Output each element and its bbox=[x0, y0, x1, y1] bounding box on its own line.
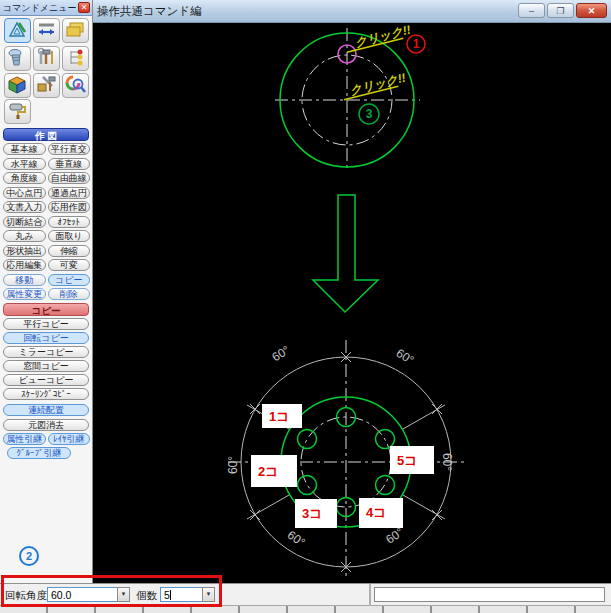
source-figure: クリック!! クリック!! 1 3 bbox=[275, 23, 425, 172]
chart-magnifier-icon[interactable] bbox=[62, 73, 89, 98]
palette-row: 角度線 自由曲線 bbox=[3, 172, 90, 184]
rotation-angle-input[interactable]: 60.0 bbox=[47, 587, 118, 602]
btn-offset[interactable]: ｵﾌｾｯﾄ bbox=[48, 216, 91, 228]
btn-group-inherit[interactable]: ｸﾞﾙｰﾌﾟ引継 bbox=[7, 447, 71, 459]
btn-parallel-copy[interactable]: 平行コピー bbox=[3, 318, 89, 330]
btn-delete[interactable]: 削除 bbox=[48, 288, 91, 300]
svg-text:1コ: 1コ bbox=[269, 409, 290, 424]
palette-titlebar[interactable]: コマンドメニュー ✕ bbox=[0, 0, 92, 16]
btn-layer-inherit[interactable]: ﾚｲﾔ引継 bbox=[48, 433, 91, 445]
btn-variable[interactable]: 可変 bbox=[48, 259, 91, 271]
btn-shape-extract[interactable]: 形状抽出 bbox=[3, 245, 46, 257]
palette-row: 水平線 垂直線 bbox=[3, 158, 90, 170]
status-input[interactable] bbox=[374, 587, 605, 602]
btn-vertical-line[interactable]: 垂直線 bbox=[48, 158, 91, 170]
palette-row: 属性変更 削除 bbox=[3, 288, 90, 300]
bolt-icon[interactable] bbox=[4, 46, 31, 71]
btn-horizontal-line[interactable]: 水平線 bbox=[3, 158, 46, 170]
palette-row: 丸み 面取り bbox=[3, 230, 90, 242]
svg-text:クリック!!: クリック!! bbox=[348, 71, 407, 98]
btn-copy[interactable]: コピー bbox=[48, 274, 91, 286]
palette-row: 形状抽出 伸縮 bbox=[3, 245, 90, 257]
hole-lower-left[interactable] bbox=[298, 476, 317, 495]
tools-icon[interactable] bbox=[33, 46, 60, 71]
count-label: 個数 bbox=[136, 589, 157, 603]
cad-drawing: クリック!! クリック!! 1 3 bbox=[93, 23, 611, 583]
btn-attr-change[interactable]: 属性変更 bbox=[3, 288, 46, 300]
window-title: 操作共通コマンド編 bbox=[97, 4, 202, 19]
click-callout-2: クリック!! bbox=[341, 71, 408, 100]
btn-center-point-circle[interactable]: 中心点円 bbox=[3, 187, 46, 199]
btn-scaling-copy[interactable]: ｽｹｰﾘﾝｸﾞｺﾋﾟｰ bbox=[3, 388, 89, 400]
paint-roller-icon[interactable] bbox=[4, 99, 31, 124]
btn-move[interactable]: 移動 bbox=[3, 274, 46, 286]
count-label-5: 5コ bbox=[390, 446, 434, 474]
parameter-bar: 回転角度 60.0 ▼ 個数 5 ▼ bbox=[0, 583, 611, 605]
copy-section-header: コピー bbox=[3, 303, 89, 316]
down-arrow bbox=[313, 195, 378, 312]
count-dropdown-icon[interactable]: ▼ bbox=[202, 587, 215, 602]
svg-text:2コ: 2コ bbox=[258, 464, 279, 479]
angle-label-top-left: 60° bbox=[269, 343, 292, 365]
palette-row: 中心点円 通過点円 bbox=[3, 187, 90, 199]
draw-section-header: 作 図 bbox=[3, 128, 89, 141]
cube-3d-icon[interactable] bbox=[4, 73, 31, 98]
svg-text:3: 3 bbox=[366, 107, 373, 121]
close-button[interactable]: ✕ bbox=[576, 3, 607, 18]
btn-mirror-copy[interactable]: ミラーコピー bbox=[3, 346, 89, 358]
step-3-badge: 3 bbox=[359, 104, 379, 124]
app-window: 操作共通コマンド編 – ❐ ✕ クリック!! クリック!! bbox=[0, 0, 611, 613]
btn-parallel-ortho[interactable]: 平行直交 bbox=[48, 143, 91, 155]
rotation-angle-dropdown-icon[interactable]: ▼ bbox=[117, 587, 130, 602]
palette-row: 文書入力 応用作図 bbox=[3, 201, 90, 213]
btn-text-input[interactable]: 文書入力 bbox=[3, 201, 46, 213]
hole-upper-left[interactable] bbox=[298, 430, 317, 449]
step-2-badge: 2 bbox=[19, 546, 39, 566]
minimize-button[interactable]: – bbox=[518, 3, 545, 18]
count-label-2: 2コ bbox=[251, 455, 297, 487]
btn-attr-inherit[interactable]: 属性引継 bbox=[3, 433, 46, 445]
btn-through-point-circle[interactable]: 通過点円 bbox=[48, 187, 91, 199]
btn-window-copy[interactable]: 窓間コピー bbox=[3, 360, 89, 372]
drawing-canvas[interactable]: クリック!! クリック!! 1 3 bbox=[93, 23, 611, 583]
btn-erase-original[interactable]: 元図消去 bbox=[3, 419, 89, 431]
palette-row: 属性引継 ﾚｲﾔ引継 bbox=[3, 433, 90, 445]
btn-cut-join[interactable]: 切断結合 bbox=[3, 216, 46, 228]
btn-continuous-place[interactable]: 連続配置 bbox=[3, 404, 89, 416]
count-label-4: 4コ bbox=[359, 498, 403, 528]
command-menu-palette: コマンドメニュー ✕ bbox=[0, 0, 93, 583]
maximize-button[interactable]: ❐ bbox=[547, 3, 574, 18]
angle-label-top-right: 60° bbox=[394, 346, 417, 368]
rotation-angle-label: 回転角度 bbox=[5, 589, 47, 603]
count-label-1: 1コ bbox=[262, 404, 302, 428]
drafting-tools-icon[interactable] bbox=[4, 18, 31, 43]
btn-applied-edit[interactable]: 応用編集 bbox=[3, 259, 46, 271]
result-figure: 60° 60° 60° 60° 60° 60° 1コ 2コ 3コ bbox=[226, 340, 465, 579]
horizontal-ruler[interactable] bbox=[0, 605, 611, 613]
count-input[interactable]: 5 bbox=[160, 587, 203, 602]
btn-fillet[interactable]: 丸み bbox=[3, 230, 46, 242]
dimension-tool-icon[interactable] bbox=[33, 18, 60, 43]
btn-applied-draw[interactable]: 応用作図 bbox=[48, 201, 91, 213]
folders-icon[interactable] bbox=[62, 18, 89, 43]
window-titlebar[interactable]: 操作共通コマンド編 – ❐ ✕ bbox=[93, 0, 611, 23]
btn-rotate-copy[interactable]: 回転コピー bbox=[3, 332, 89, 344]
btn-stretch[interactable]: 伸縮 bbox=[48, 245, 91, 257]
step-1-badge: 1 bbox=[407, 35, 425, 53]
btn-chamfer[interactable]: 面取り bbox=[48, 230, 91, 242]
palette-row: 応用編集 可変 bbox=[3, 259, 90, 271]
btn-angle-line[interactable]: 角度線 bbox=[3, 172, 46, 184]
btn-basic-line[interactable]: 基本線 bbox=[3, 143, 46, 155]
hole-lower-right[interactable] bbox=[376, 476, 395, 495]
rotation-angle-value: 60.0 bbox=[51, 589, 71, 601]
bar-divider bbox=[369, 584, 371, 606]
palette-row: 基本線 平行直交 bbox=[3, 143, 90, 155]
angle-label-right: 60° bbox=[440, 453, 454, 471]
window-controls: – ❐ ✕ bbox=[518, 3, 607, 18]
svg-text:クリック!!: クリック!! bbox=[353, 23, 412, 50]
btn-view-copy[interactable]: ビューコピー bbox=[3, 374, 89, 386]
toolbox-icon[interactable] bbox=[33, 73, 60, 98]
hierarchy-icon[interactable] bbox=[62, 46, 89, 71]
palette-close-icon[interactable]: ✕ bbox=[78, 2, 90, 13]
btn-free-curve[interactable]: 自由曲線 bbox=[48, 172, 91, 184]
